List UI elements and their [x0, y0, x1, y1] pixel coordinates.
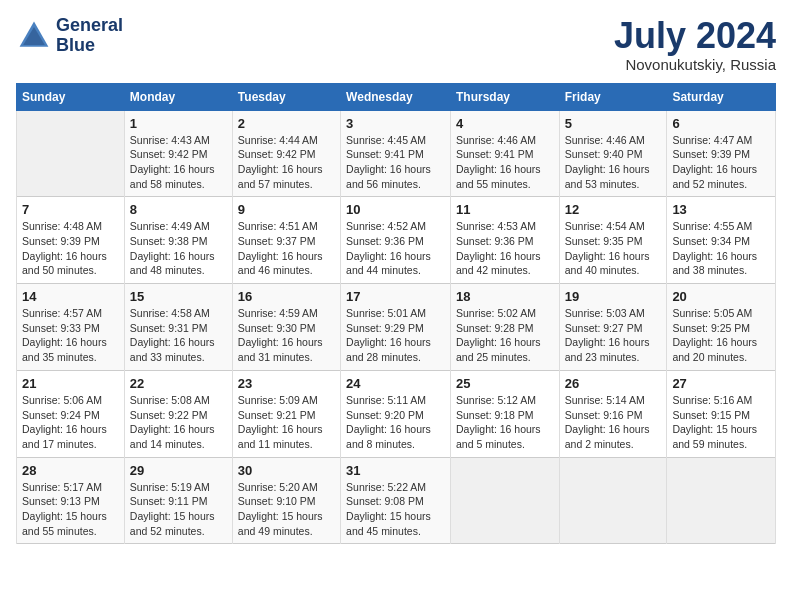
calendar-week-row: 21Sunrise: 5:06 AM Sunset: 9:24 PM Dayli… [17, 370, 776, 457]
location: Novonukutskiy, Russia [614, 56, 776, 73]
cell-details: Sunrise: 5:03 AM Sunset: 9:27 PM Dayligh… [565, 306, 662, 365]
calendar-cell: 31Sunrise: 5:22 AM Sunset: 9:08 PM Dayli… [341, 457, 451, 544]
calendar-cell: 6Sunrise: 4:47 AM Sunset: 9:39 PM Daylig… [667, 110, 776, 197]
calendar-cell [667, 457, 776, 544]
calendar-table: SundayMondayTuesdayWednesdayThursdayFrid… [16, 83, 776, 545]
cell-details: Sunrise: 5:19 AM Sunset: 9:11 PM Dayligh… [130, 480, 227, 539]
calendar-cell: 15Sunrise: 4:58 AM Sunset: 9:31 PM Dayli… [124, 284, 232, 371]
calendar-cell [17, 110, 125, 197]
day-number: 5 [565, 116, 662, 131]
day-number: 18 [456, 289, 554, 304]
day-header-monday: Monday [124, 83, 232, 110]
calendar-cell: 27Sunrise: 5:16 AM Sunset: 9:15 PM Dayli… [667, 370, 776, 457]
month-year: July 2024 [614, 16, 776, 56]
day-number: 16 [238, 289, 335, 304]
day-number: 25 [456, 376, 554, 391]
cell-details: Sunrise: 4:55 AM Sunset: 9:34 PM Dayligh… [672, 219, 770, 278]
day-number: 17 [346, 289, 445, 304]
calendar-cell: 25Sunrise: 5:12 AM Sunset: 9:18 PM Dayli… [450, 370, 559, 457]
day-number: 4 [456, 116, 554, 131]
calendar-cell: 7Sunrise: 4:48 AM Sunset: 9:39 PM Daylig… [17, 197, 125, 284]
calendar-cell: 13Sunrise: 4:55 AM Sunset: 9:34 PM Dayli… [667, 197, 776, 284]
logo-text: General Blue [56, 16, 123, 56]
day-number: 10 [346, 202, 445, 217]
calendar-cell: 17Sunrise: 5:01 AM Sunset: 9:29 PM Dayli… [341, 284, 451, 371]
calendar-cell: 24Sunrise: 5:11 AM Sunset: 9:20 PM Dayli… [341, 370, 451, 457]
cell-details: Sunrise: 5:17 AM Sunset: 9:13 PM Dayligh… [22, 480, 119, 539]
cell-details: Sunrise: 5:22 AM Sunset: 9:08 PM Dayligh… [346, 480, 445, 539]
cell-details: Sunrise: 4:53 AM Sunset: 9:36 PM Dayligh… [456, 219, 554, 278]
cell-details: Sunrise: 5:09 AM Sunset: 9:21 PM Dayligh… [238, 393, 335, 452]
cell-details: Sunrise: 4:57 AM Sunset: 9:33 PM Dayligh… [22, 306, 119, 365]
day-number: 1 [130, 116, 227, 131]
cell-details: Sunrise: 4:48 AM Sunset: 9:39 PM Dayligh… [22, 219, 119, 278]
calendar-cell: 30Sunrise: 5:20 AM Sunset: 9:10 PM Dayli… [232, 457, 340, 544]
cell-details: Sunrise: 4:44 AM Sunset: 9:42 PM Dayligh… [238, 133, 335, 192]
day-number: 12 [565, 202, 662, 217]
day-header-wednesday: Wednesday [341, 83, 451, 110]
logo: General Blue [16, 16, 123, 56]
cell-details: Sunrise: 4:52 AM Sunset: 9:36 PM Dayligh… [346, 219, 445, 278]
calendar-cell: 20Sunrise: 5:05 AM Sunset: 9:25 PM Dayli… [667, 284, 776, 371]
day-header-tuesday: Tuesday [232, 83, 340, 110]
cell-details: Sunrise: 5:14 AM Sunset: 9:16 PM Dayligh… [565, 393, 662, 452]
day-number: 3 [346, 116, 445, 131]
calendar-cell: 18Sunrise: 5:02 AM Sunset: 9:28 PM Dayli… [450, 284, 559, 371]
cell-details: Sunrise: 4:46 AM Sunset: 9:40 PM Dayligh… [565, 133, 662, 192]
calendar-cell: 2Sunrise: 4:44 AM Sunset: 9:42 PM Daylig… [232, 110, 340, 197]
cell-details: Sunrise: 5:11 AM Sunset: 9:20 PM Dayligh… [346, 393, 445, 452]
calendar-cell: 10Sunrise: 4:52 AM Sunset: 9:36 PM Dayli… [341, 197, 451, 284]
cell-details: Sunrise: 4:51 AM Sunset: 9:37 PM Dayligh… [238, 219, 335, 278]
day-number: 23 [238, 376, 335, 391]
day-number: 15 [130, 289, 227, 304]
cell-details: Sunrise: 4:43 AM Sunset: 9:42 PM Dayligh… [130, 133, 227, 192]
calendar-cell: 9Sunrise: 4:51 AM Sunset: 9:37 PM Daylig… [232, 197, 340, 284]
calendar-week-row: 1Sunrise: 4:43 AM Sunset: 9:42 PM Daylig… [17, 110, 776, 197]
cell-details: Sunrise: 4:58 AM Sunset: 9:31 PM Dayligh… [130, 306, 227, 365]
calendar-cell: 23Sunrise: 5:09 AM Sunset: 9:21 PM Dayli… [232, 370, 340, 457]
day-number: 2 [238, 116, 335, 131]
day-header-thursday: Thursday [450, 83, 559, 110]
calendar-cell: 19Sunrise: 5:03 AM Sunset: 9:27 PM Dayli… [559, 284, 667, 371]
cell-details: Sunrise: 4:47 AM Sunset: 9:39 PM Dayligh… [672, 133, 770, 192]
day-header-sunday: Sunday [17, 83, 125, 110]
cell-details: Sunrise: 5:08 AM Sunset: 9:22 PM Dayligh… [130, 393, 227, 452]
day-number: 7 [22, 202, 119, 217]
calendar-cell [559, 457, 667, 544]
day-number: 19 [565, 289, 662, 304]
day-number: 20 [672, 289, 770, 304]
cell-details: Sunrise: 4:46 AM Sunset: 9:41 PM Dayligh… [456, 133, 554, 192]
cell-details: Sunrise: 5:06 AM Sunset: 9:24 PM Dayligh… [22, 393, 119, 452]
calendar-cell: 1Sunrise: 4:43 AM Sunset: 9:42 PM Daylig… [124, 110, 232, 197]
calendar-cell: 14Sunrise: 4:57 AM Sunset: 9:33 PM Dayli… [17, 284, 125, 371]
day-number: 22 [130, 376, 227, 391]
calendar-cell: 16Sunrise: 4:59 AM Sunset: 9:30 PM Dayli… [232, 284, 340, 371]
cell-details: Sunrise: 5:02 AM Sunset: 9:28 PM Dayligh… [456, 306, 554, 365]
calendar-cell: 4Sunrise: 4:46 AM Sunset: 9:41 PM Daylig… [450, 110, 559, 197]
cell-details: Sunrise: 4:45 AM Sunset: 9:41 PM Dayligh… [346, 133, 445, 192]
day-number: 13 [672, 202, 770, 217]
cell-details: Sunrise: 4:49 AM Sunset: 9:38 PM Dayligh… [130, 219, 227, 278]
logo-icon [16, 18, 52, 54]
day-number: 21 [22, 376, 119, 391]
calendar-cell: 12Sunrise: 4:54 AM Sunset: 9:35 PM Dayli… [559, 197, 667, 284]
calendar-cell: 29Sunrise: 5:19 AM Sunset: 9:11 PM Dayli… [124, 457, 232, 544]
day-number: 26 [565, 376, 662, 391]
day-number: 14 [22, 289, 119, 304]
day-number: 30 [238, 463, 335, 478]
day-number: 24 [346, 376, 445, 391]
day-number: 27 [672, 376, 770, 391]
day-number: 31 [346, 463, 445, 478]
day-number: 29 [130, 463, 227, 478]
day-header-friday: Friday [559, 83, 667, 110]
calendar-week-row: 28Sunrise: 5:17 AM Sunset: 9:13 PM Dayli… [17, 457, 776, 544]
cell-details: Sunrise: 4:59 AM Sunset: 9:30 PM Dayligh… [238, 306, 335, 365]
calendar-cell: 21Sunrise: 5:06 AM Sunset: 9:24 PM Dayli… [17, 370, 125, 457]
calendar-cell: 26Sunrise: 5:14 AM Sunset: 9:16 PM Dayli… [559, 370, 667, 457]
day-number: 11 [456, 202, 554, 217]
calendar-cell: 8Sunrise: 4:49 AM Sunset: 9:38 PM Daylig… [124, 197, 232, 284]
cell-details: Sunrise: 5:16 AM Sunset: 9:15 PM Dayligh… [672, 393, 770, 452]
calendar-cell: 22Sunrise: 5:08 AM Sunset: 9:22 PM Dayli… [124, 370, 232, 457]
cell-details: Sunrise: 4:54 AM Sunset: 9:35 PM Dayligh… [565, 219, 662, 278]
day-number: 9 [238, 202, 335, 217]
